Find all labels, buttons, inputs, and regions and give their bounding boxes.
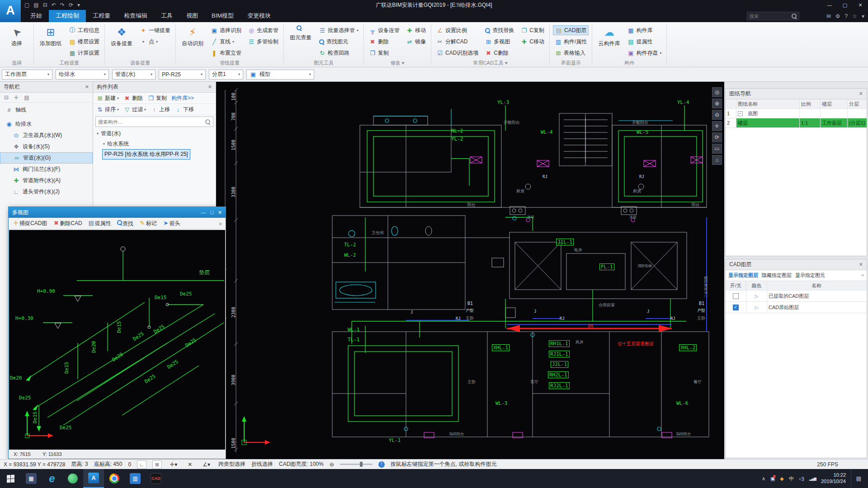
calc-settings-button[interactable]: ▦计算设置	[67, 48, 101, 58]
cross-type-select-toggle[interactable]: 跨类型选择	[218, 460, 245, 468]
zoom-out-icon[interactable]: ⊖	[712, 110, 722, 120]
more-icon[interactable]: ▾	[862, 13, 864, 19]
favorite-icon[interactable]: ☆	[852, 13, 857, 19]
taskbar-app-cad[interactable]: CAD	[146, 469, 166, 488]
collapse-icon[interactable]: −	[738, 111, 743, 116]
message-icon[interactable]: ✉	[826, 13, 831, 19]
sublayer-dropdown[interactable]: 分层1▾	[209, 70, 243, 80]
component-save-button[interactable]: ▣构件存盘▾	[625, 48, 663, 58]
open-icon[interactable]: ▤	[33, 2, 38, 8]
extract-property-button[interactable]: ▤提属性	[625, 37, 663, 47]
toolbar-overflow-icon[interactable]: »	[219, 221, 222, 227]
nav-item-pipe[interactable]: ═管道(水)(G)	[0, 152, 93, 164]
line-button[interactable]: ╱直线▾	[209, 37, 243, 47]
set-scale-button[interactable]: ∠设置比例	[434, 25, 480, 35]
component-library-link[interactable]: 构件库>>	[171, 94, 194, 102]
delete-cad-button[interactable]: ✖删除CAD	[52, 220, 82, 227]
select-tool-button[interactable]: ➤ 选择	[3, 23, 30, 60]
sort-button[interactable]: ⇅排序▾	[96, 106, 119, 113]
floor-settings-button[interactable]: ▤楼层设置	[67, 37, 101, 47]
move-up-button[interactable]: ↑上移	[151, 106, 170, 113]
layer-checkbox[interactable]	[733, 293, 739, 299]
list-icon[interactable]: ▤	[24, 94, 29, 101]
polyline-select-toggle[interactable]: 折线选择	[251, 460, 273, 468]
layer-checkbox[interactable]	[733, 305, 739, 310]
tray-message-icon[interactable]: ▣	[770, 476, 775, 482]
model-view-dropdown[interactable]: ▣模型▾	[246, 70, 314, 80]
grid-snap-toggle[interactable]: ⊞	[152, 460, 162, 469]
tree-leaf-ppr25[interactable]: PP-R25 [给水系统 给水用PP-R 25]	[102, 149, 190, 160]
table-input-button[interactable]: ⊞表格输入	[553, 48, 589, 58]
layer-color-swatch[interactable]: ▷	[755, 305, 759, 310]
device-connect-button[interactable]: ╥设备连管	[367, 25, 401, 35]
nav-item-sanitary-fixture[interactable]: ⊙卫生器具(水)(W)	[0, 130, 93, 141]
nav-item-valve-flange[interactable]: ⋈阀门法兰(水)(F)	[0, 164, 93, 175]
copy-component-button[interactable]: ❐复制	[147, 94, 167, 102]
taskbar-app-1[interactable]: ▦	[21, 469, 42, 488]
select-recognize-button[interactable]: ▣选择识别	[209, 25, 243, 35]
minimize-button[interactable]: —	[822, 0, 837, 10]
multiview-title-bar[interactable]: 多视图 — □ ✕	[9, 207, 226, 218]
capture-cad-button[interactable]: ✛捕捉CAD图	[12, 220, 47, 227]
tab-change-module[interactable]: 变更模块	[241, 10, 278, 22]
slider-thumb[interactable]	[360, 462, 363, 467]
taskbar-app-edge[interactable]: e	[42, 469, 62, 488]
nav-item-pipe-fitting[interactable]: ∟通头管件(水)(J)	[0, 186, 93, 197]
more-tabs-icon[interactable]: »	[861, 272, 864, 279]
refresh-view-icon[interactable]: ⟳	[712, 132, 722, 142]
tab-view[interactable]: 视图	[179, 10, 205, 22]
brightness-minus-icon[interactable]: ⊖	[330, 461, 334, 468]
cloud-library-button[interactable]: ☁ 云构件库	[595, 23, 623, 60]
tab-show-elements[interactable]: 显示指定图元	[795, 272, 825, 279]
new-component-button[interactable]: ⊞新建▾	[96, 94, 119, 102]
component-search-input[interactable]	[98, 119, 205, 125]
taskbar-app-chrome[interactable]	[104, 469, 125, 488]
collapse-icon[interactable]: ⊟	[4, 94, 9, 101]
component-search-box[interactable]	[95, 117, 213, 127]
close-icon[interactable]: ✕	[208, 84, 212, 90]
close-button[interactable]: ✕	[853, 0, 868, 10]
component-dropdown[interactable]: PP-R25▾	[159, 70, 206, 80]
minimize-icon[interactable]: —	[201, 210, 206, 216]
nav-item-equipment[interactable]: ❖设备(水)(S)	[0, 141, 93, 152]
close-icon[interactable]: ✕	[218, 210, 222, 216]
multiview-button[interactable]: ⊞多视图	[483, 37, 516, 47]
tree-expand-icon[interactable]: ▾	[103, 142, 105, 146]
project-info-button[interactable]: ⓘ工程信息	[67, 25, 101, 35]
network-icon[interactable]: ▂▄▆	[809, 477, 816, 481]
c-delete-button[interactable]: ✖C删除	[483, 48, 516, 58]
cross-snap-icon[interactable]: ✕	[185, 461, 194, 468]
extract-property-button[interactable]: ▤提属性	[88, 220, 111, 227]
device-takeoff-button[interactable]: ❖ 设备提量	[108, 23, 135, 60]
move-down-button[interactable]: ↓下移	[175, 106, 194, 113]
delete-button[interactable]: ✖删除	[367, 37, 401, 47]
new-icon[interactable]: ▢	[24, 2, 29, 8]
nav-item-axis[interactable]: #轴线	[0, 104, 93, 116]
nav-item-pipe-accessory[interactable]: ✚管道附件(水)(A)	[0, 175, 93, 186]
sheet-row-base[interactable]: 1 − 底图	[726, 109, 867, 118]
maximize-icon[interactable]: □	[210, 210, 213, 216]
settings-icon[interactable]: ⚙	[835, 13, 840, 19]
tab-quantity[interactable]: 工程量	[86, 10, 117, 22]
layer-row-extracted[interactable]: ▷ 已提取的CAD图层	[726, 291, 867, 302]
taskbar-app-3[interactable]: ▥	[125, 469, 146, 488]
point-button[interactable]: •点▾	[138, 37, 172, 47]
find-button[interactable]: 查找	[117, 220, 133, 228]
multi-pipe-draw-button[interactable]: ☰多管绘制	[246, 37, 280, 47]
element-query-button[interactable]: 图元查量	[287, 23, 314, 60]
redo-icon[interactable]: ↷	[60, 2, 65, 8]
angle-snap-icon[interactable]: ∠▾	[200, 461, 212, 468]
multiview-canvas[interactable]: 垫层H+0.90H+0.30De15De25De15De25De20De20De…	[9, 230, 225, 450]
input-method-indicator[interactable]: 中	[789, 475, 794, 482]
find-replace-button[interactable]: 查找替换	[483, 25, 516, 35]
arrow-button[interactable]: ➤箭头	[162, 220, 180, 227]
tab-hide-layers[interactable]: 隐藏指定图层	[762, 272, 792, 279]
check-loop-button[interactable]: ↻检查回路	[317, 48, 360, 58]
customize-qat-icon[interactable]: ▾	[77, 2, 80, 8]
close-icon[interactable]: ✕	[859, 262, 863, 267]
save-icon[interactable]: ⊟	[43, 2, 47, 8]
taskbar-app-gqi-active[interactable]: A	[83, 469, 104, 488]
component-library-button[interactable]: ▦构件库	[625, 25, 663, 35]
component-property-button[interactable]: ▥构件/属性	[553, 37, 589, 47]
cad-layer-button[interactable]: ▤CAD图层	[553, 25, 589, 35]
